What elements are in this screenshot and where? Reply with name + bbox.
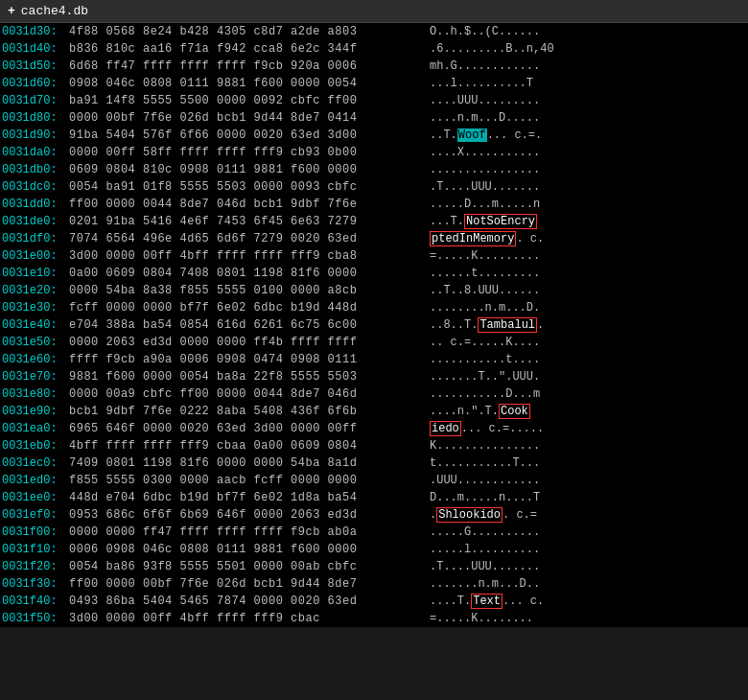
hex-bytes-cell: 0054 ba86 93f8 5555 5501 0000 00ab cbfc: [65, 558, 430, 575]
hex-bytes-cell: 0493 86ba 5404 5465 7874 0000 0020 63ed: [65, 593, 430, 610]
table-row: 0031f20:0054 ba86 93f8 5555 5501 0000 00…: [0, 558, 748, 575]
ascii-cell: .....l..........: [430, 541, 748, 558]
ascii-cell: K...............: [430, 437, 748, 455]
hex-bytes-cell: 9881 f600 0000 0054 ba8a 22f8 5555 5503: [65, 368, 430, 385]
address-cell: 0031d40:: [0, 40, 65, 58]
hex-bytes-cell: 91ba 5404 576f 6f66 0000 0020 63ed 3d00: [65, 127, 430, 144]
table-row: 0031db0:0609 0804 810c 0908 0111 9881 f6…: [0, 161, 748, 178]
address-cell: 0031e00:: [0, 247, 65, 265]
hex-bytes-cell: ba91 14f8 5555 5500 0000 0092 cbfc ff00: [65, 92, 430, 109]
ascii-cell: iedo... c.=.....: [430, 420, 748, 437]
highlighted-word: Cook: [499, 404, 530, 419]
ascii-cell: ......t.........: [430, 265, 748, 282]
hex-bytes-cell: 3d00 0000 00ff 4bff ffff ffff fff9 cba8: [65, 247, 430, 265]
address-cell: 0031e30:: [0, 299, 65, 316]
hex-bytes-cell: 0000 00bf 7f6e 026d bcb1 9d44 8de7 0414: [65, 109, 430, 127]
hex-bytes-cell: bcb1 9dbf 7f6e 0222 8aba 5408 436f 6f6b: [65, 403, 430, 420]
ascii-cell: O..h.$..(C......: [430, 23, 748, 40]
ascii-cell: ....T.Text... c.: [430, 593, 748, 610]
hex-bytes-cell: 0201 91ba 5416 4e6f 7453 6f45 6e63 7279: [65, 213, 430, 230]
ascii-cell: ptedInMemory. c.: [430, 230, 748, 247]
address-cell: 0031ef0:: [0, 506, 65, 524]
address-cell: 0031e60:: [0, 351, 65, 368]
table-row: 0031ee0:448d e704 6dbc b19d bf7f 6e02 1d…: [0, 489, 748, 506]
ascii-cell: ...l..........T: [430, 75, 748, 92]
ascii-cell: ....X...........: [430, 144, 748, 161]
ascii-cell: =.....K........: [430, 610, 748, 627]
table-row: 0031dc0:0054 ba91 01f8 5555 5503 0000 00…: [0, 178, 748, 196]
ascii-cell: .....G..........: [430, 524, 748, 541]
highlighted-word: iedo: [430, 421, 461, 436]
ascii-cell: ....n.".T.Cook: [430, 403, 748, 420]
ascii-cell: ..T.Woof... c.=.: [430, 127, 748, 144]
address-cell: 0031e50:: [0, 334, 65, 351]
table-row: 0031ec0:7409 0801 1198 81f6 0000 0000 54…: [0, 455, 748, 472]
address-cell: 0031de0:: [0, 213, 65, 230]
address-cell: 0031d90:: [0, 127, 65, 144]
hex-bytes-cell: b836 810c aa16 f71a f942 cca8 6e2c 344f: [65, 40, 430, 58]
address-cell: 0031dc0:: [0, 178, 65, 196]
address-cell: 0031e80:: [0, 385, 65, 403]
ascii-cell: ....n.m...D.....: [430, 109, 748, 127]
hex-bytes-cell: 7409 0801 1198 81f6 0000 0000 54ba 8a1d: [65, 455, 430, 472]
address-cell: 0031d70:: [0, 92, 65, 109]
table-row: 0031dd0:ff00 0000 0044 8de7 046d bcb1 9d…: [0, 196, 748, 213]
table-row: 0031d80:0000 00bf 7f6e 026d bcb1 9d44 8d…: [0, 109, 748, 127]
ascii-cell: .......T..".UUU.: [430, 368, 748, 385]
table-row: 0031d50:6d68 ff47 ffff ffff ffff f9cb 92…: [0, 58, 748, 75]
hex-bytes-cell: 0a00 0609 0804 7408 0801 1198 81f6 0000: [65, 265, 430, 282]
table-row: 0031d90:91ba 5404 576f 6f66 0000 0020 63…: [0, 127, 748, 144]
ascii-cell: .......n.m...D..: [430, 575, 748, 593]
ascii-cell: .T....UUU.......: [430, 178, 748, 196]
hex-bytes-cell: 0054 ba91 01f8 5555 5503 0000 0093 cbfc: [65, 178, 430, 196]
ascii-cell: ..T..8.UUU......: [430, 282, 748, 299]
address-cell: 0031dd0:: [0, 196, 65, 213]
address-cell: 0031e40:: [0, 316, 65, 334]
address-cell: 0031d30:: [0, 23, 65, 40]
hex-bytes-cell: 0000 00ff 58ff ffff ffff fff9 cb93 0b00: [65, 144, 430, 161]
ascii-cell: ................: [430, 161, 748, 178]
hex-bytes-cell: f855 5555 0300 0000 aacb fcff 0000 0000: [65, 472, 430, 489]
ascii-cell: .Shlookido. c.=: [430, 506, 748, 524]
ascii-cell: .6.........B..n,40: [430, 40, 748, 58]
ascii-cell: =.....K.........: [430, 247, 748, 265]
highlighted-word: Shlookido: [436, 507, 503, 523]
table-row: 0031d40:b836 810c aa16 f71a f942 cca8 6e…: [0, 40, 748, 58]
hex-bytes-cell: 3d00 0000 00ff 4bff ffff fff9 cbac: [65, 610, 430, 627]
table-row: 0031ef0:0953 686c 6f6f 6b69 646f 0000 20…: [0, 506, 748, 524]
ascii-cell: ...........D...m: [430, 385, 748, 403]
hex-bytes-cell: ffff f9cb a90a 0006 0908 0474 0908 0111: [65, 351, 430, 368]
ascii-cell: .....D...m.....n: [430, 196, 748, 213]
table-row: 0031e50:0000 2063 ed3d 0000 0000 ff4b ff…: [0, 334, 748, 351]
address-cell: 0031f50:: [0, 610, 65, 627]
hex-bytes-cell: 6965 646f 0000 0020 63ed 3d00 0000 00ff: [65, 420, 430, 437]
tab-title[interactable]: cache4.db: [21, 4, 88, 18]
hex-bytes-cell: 0000 2063 ed3d 0000 0000 ff4b ffff ffff: [65, 334, 430, 351]
hex-bytes-cell: fcff 0000 0000 bf7f 6e02 6dbc b19d 448d: [65, 299, 430, 316]
title-bar: + cache4.db: [0, 0, 748, 23]
hex-bytes-cell: 0609 0804 810c 0908 0111 9881 f600 0000: [65, 161, 430, 178]
table-row: 0031e90:bcb1 9dbf 7f6e 0222 8aba 5408 43…: [0, 403, 748, 420]
table-row: 0031f00:0000 0000 ff47 ffff ffff ffff f9…: [0, 524, 748, 541]
hex-bytes-cell: 0953 686c 6f6f 6b69 646f 0000 2063 ed3d: [65, 506, 430, 524]
table-row: 0031e70:9881 f600 0000 0054 ba8a 22f8 55…: [0, 368, 748, 385]
address-cell: 0031ee0:: [0, 489, 65, 506]
highlighted-word: ptedInMemory: [430, 231, 516, 246]
address-cell: 0031e70:: [0, 368, 65, 385]
hex-bytes-cell: ff00 0000 0044 8de7 046d bcb1 9dbf 7f6e: [65, 196, 430, 213]
table-row: 0031f40:0493 86ba 5404 5465 7874 0000 00…: [0, 593, 748, 610]
address-cell: 0031f20:: [0, 558, 65, 575]
address-cell: 0031d50:: [0, 58, 65, 75]
hex-bytes-cell: 0908 046c 0808 0111 9881 f600 0000 0054: [65, 75, 430, 92]
table-row: 0031d70:ba91 14f8 5555 5500 0000 0092 cb…: [0, 92, 748, 109]
address-cell: 0031ea0:: [0, 420, 65, 437]
hex-bytes-cell: ff00 0000 00bf 7f6e 026d bcb1 9d44 8de7: [65, 575, 430, 593]
hex-bytes-cell: 4bff ffff ffff fff9 cbaa 0a00 0609 0804: [65, 437, 430, 455]
address-cell: 0031e10:: [0, 265, 65, 282]
table-row: 0031e20:0000 54ba 8a38 f855 5555 0100 00…: [0, 282, 748, 299]
table-row: 0031e40:e704 388a ba54 0854 616d 6261 6c…: [0, 316, 748, 334]
address-cell: 0031da0:: [0, 144, 65, 161]
ascii-cell: D...m.....n....T: [430, 489, 748, 506]
table-row: 0031ea0:6965 646f 0000 0020 63ed 3d00 00…: [0, 420, 748, 437]
ascii-cell: ...T.NotSoEncry: [430, 213, 748, 230]
